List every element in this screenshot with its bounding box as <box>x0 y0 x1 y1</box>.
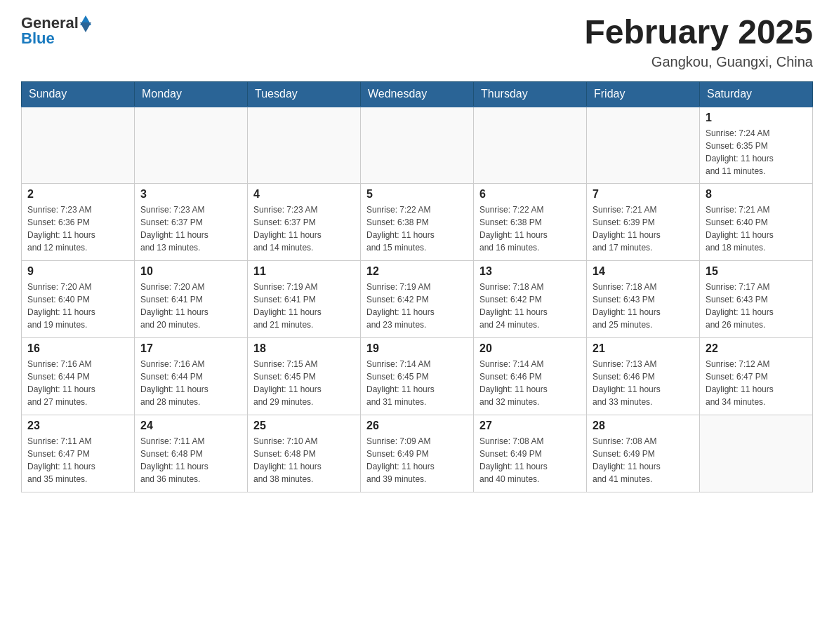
header-friday: Friday <box>587 81 700 107</box>
calendar-cell: 25Sunrise: 7:10 AM Sunset: 6:48 PM Dayli… <box>248 415 361 492</box>
calendar-cell: 5Sunrise: 7:22 AM Sunset: 6:38 PM Daylig… <box>361 184 474 261</box>
calendar-cell <box>248 107 361 184</box>
calendar-cell: 20Sunrise: 7:14 AM Sunset: 6:46 PM Dayli… <box>474 338 587 415</box>
calendar-week-4: 16Sunrise: 7:16 AM Sunset: 6:44 PM Dayli… <box>22 338 813 415</box>
calendar-cell: 27Sunrise: 7:08 AM Sunset: 6:49 PM Dayli… <box>474 415 587 492</box>
calendar-cell: 6Sunrise: 7:22 AM Sunset: 6:38 PM Daylig… <box>474 184 587 261</box>
logo-text-blue: Blue <box>21 29 55 48</box>
day-info: Sunrise: 7:18 AM Sunset: 6:43 PM Dayligh… <box>593 281 694 331</box>
calendar-week-2: 2Sunrise: 7:23 AM Sunset: 6:36 PM Daylig… <box>22 184 813 261</box>
day-info: Sunrise: 7:16 AM Sunset: 6:44 PM Dayligh… <box>140 358 241 408</box>
header-saturday: Saturday <box>700 81 813 107</box>
day-info: Sunrise: 7:16 AM Sunset: 6:44 PM Dayligh… <box>27 358 128 408</box>
day-number: 22 <box>706 342 807 355</box>
day-number: 15 <box>706 265 807 278</box>
day-info: Sunrise: 7:13 AM Sunset: 6:46 PM Dayligh… <box>593 358 694 408</box>
day-number: 17 <box>140 342 241 355</box>
day-info: Sunrise: 7:08 AM Sunset: 6:49 PM Dayligh… <box>593 435 694 485</box>
day-number: 1 <box>706 112 807 124</box>
day-number: 10 <box>140 265 241 278</box>
calendar-title: February 2025 <box>584 14 813 51</box>
calendar-table: Sunday Monday Tuesday Wednesday Thursday… <box>21 81 813 493</box>
day-number: 4 <box>253 188 355 201</box>
calendar-cell: 17Sunrise: 7:16 AM Sunset: 6:44 PM Dayli… <box>135 338 248 415</box>
calendar-cell: 14Sunrise: 7:18 AM Sunset: 6:43 PM Dayli… <box>587 261 700 338</box>
calendar-cell <box>22 107 135 184</box>
calendar-cell: 19Sunrise: 7:14 AM Sunset: 6:45 PM Dayli… <box>361 338 474 415</box>
day-number: 8 <box>706 188 807 201</box>
day-info: Sunrise: 7:19 AM Sunset: 6:41 PM Dayligh… <box>253 281 355 331</box>
day-number: 26 <box>366 420 468 432</box>
calendar-cell: 21Sunrise: 7:13 AM Sunset: 6:46 PM Dayli… <box>587 338 700 415</box>
calendar-cell: 3Sunrise: 7:23 AM Sunset: 6:37 PM Daylig… <box>135 184 248 261</box>
calendar-cell: 12Sunrise: 7:19 AM Sunset: 6:42 PM Dayli… <box>361 261 474 338</box>
header-tuesday: Tuesday <box>248 81 361 107</box>
day-number: 12 <box>366 265 468 278</box>
header-thursday: Thursday <box>474 81 587 107</box>
calendar-cell: 23Sunrise: 7:11 AM Sunset: 6:47 PM Dayli… <box>22 415 135 492</box>
calendar-cell <box>700 415 813 492</box>
logo: General Blue <box>21 14 91 48</box>
day-info: Sunrise: 7:10 AM Sunset: 6:48 PM Dayligh… <box>253 435 355 485</box>
calendar-cell: 1Sunrise: 7:24 AM Sunset: 6:35 PM Daylig… <box>700 107 813 184</box>
day-info: Sunrise: 7:23 AM Sunset: 6:36 PM Dayligh… <box>27 203 128 254</box>
weekday-header-row: Sunday Monday Tuesday Wednesday Thursday… <box>22 81 813 107</box>
calendar-week-5: 23Sunrise: 7:11 AM Sunset: 6:47 PM Dayli… <box>22 415 813 492</box>
calendar-cell <box>587 107 700 184</box>
calendar-cell: 4Sunrise: 7:23 AM Sunset: 6:37 PM Daylig… <box>248 184 361 261</box>
day-number: 9 <box>27 265 128 278</box>
day-info: Sunrise: 7:19 AM Sunset: 6:42 PM Dayligh… <box>366 281 468 331</box>
header-monday: Monday <box>135 81 248 107</box>
day-info: Sunrise: 7:14 AM Sunset: 6:45 PM Dayligh… <box>366 358 468 408</box>
title-block: February 2025 Gangkou, Guangxi, China <box>584 14 813 70</box>
day-info: Sunrise: 7:11 AM Sunset: 6:47 PM Dayligh… <box>27 435 128 485</box>
day-info: Sunrise: 7:14 AM Sunset: 6:46 PM Dayligh… <box>479 358 581 408</box>
calendar-cell: 11Sunrise: 7:19 AM Sunset: 6:41 PM Dayli… <box>248 261 361 338</box>
day-info: Sunrise: 7:22 AM Sunset: 6:38 PM Dayligh… <box>479 203 581 254</box>
day-info: Sunrise: 7:20 AM Sunset: 6:40 PM Dayligh… <box>27 281 128 331</box>
calendar-cell <box>135 107 248 184</box>
calendar-cell: 13Sunrise: 7:18 AM Sunset: 6:42 PM Dayli… <box>474 261 587 338</box>
day-info: Sunrise: 7:12 AM Sunset: 6:47 PM Dayligh… <box>706 358 807 408</box>
day-number: 25 <box>253 420 355 432</box>
day-number: 28 <box>593 420 694 432</box>
calendar-cell: 24Sunrise: 7:11 AM Sunset: 6:48 PM Dayli… <box>135 415 248 492</box>
day-info: Sunrise: 7:20 AM Sunset: 6:41 PM Dayligh… <box>140 281 241 331</box>
day-number: 7 <box>593 188 694 201</box>
calendar-cell: 7Sunrise: 7:21 AM Sunset: 6:39 PM Daylig… <box>587 184 700 261</box>
day-number: 11 <box>253 265 355 278</box>
day-number: 6 <box>479 188 581 201</box>
day-number: 14 <box>593 265 694 278</box>
day-number: 23 <box>27 420 128 432</box>
calendar-week-1: 1Sunrise: 7:24 AM Sunset: 6:35 PM Daylig… <box>22 107 813 184</box>
calendar-cell: 16Sunrise: 7:16 AM Sunset: 6:44 PM Dayli… <box>22 338 135 415</box>
day-info: Sunrise: 7:18 AM Sunset: 6:42 PM Dayligh… <box>479 281 581 331</box>
day-info: Sunrise: 7:21 AM Sunset: 6:40 PM Dayligh… <box>706 203 807 254</box>
calendar-cell: 2Sunrise: 7:23 AM Sunset: 6:36 PM Daylig… <box>22 184 135 261</box>
calendar-cell: 26Sunrise: 7:09 AM Sunset: 6:49 PM Dayli… <box>361 415 474 492</box>
day-info: Sunrise: 7:21 AM Sunset: 6:39 PM Dayligh… <box>593 203 694 254</box>
page-header: General Blue February 2025 Gangkou, Guan… <box>21 14 813 70</box>
day-number: 24 <box>140 420 241 432</box>
calendar-cell: 8Sunrise: 7:21 AM Sunset: 6:40 PM Daylig… <box>700 184 813 261</box>
calendar-cell: 9Sunrise: 7:20 AM Sunset: 6:40 PM Daylig… <box>22 261 135 338</box>
day-info: Sunrise: 7:09 AM Sunset: 6:49 PM Dayligh… <box>366 435 468 485</box>
day-info: Sunrise: 7:23 AM Sunset: 6:37 PM Dayligh… <box>140 203 241 254</box>
day-info: Sunrise: 7:08 AM Sunset: 6:49 PM Dayligh… <box>479 435 581 485</box>
day-info: Sunrise: 7:17 AM Sunset: 6:43 PM Dayligh… <box>706 281 807 331</box>
day-number: 27 <box>479 420 581 432</box>
header-wednesday: Wednesday <box>361 81 474 107</box>
day-number: 19 <box>366 342 468 355</box>
day-number: 21 <box>593 342 694 355</box>
calendar-cell: 18Sunrise: 7:15 AM Sunset: 6:45 PM Dayli… <box>248 338 361 415</box>
day-number: 3 <box>140 188 241 201</box>
calendar-week-3: 9Sunrise: 7:20 AM Sunset: 6:40 PM Daylig… <box>22 261 813 338</box>
day-info: Sunrise: 7:23 AM Sunset: 6:37 PM Dayligh… <box>253 203 355 254</box>
calendar-cell: 22Sunrise: 7:12 AM Sunset: 6:47 PM Dayli… <box>700 338 813 415</box>
day-info: Sunrise: 7:22 AM Sunset: 6:38 PM Dayligh… <box>366 203 468 254</box>
day-info: Sunrise: 7:24 AM Sunset: 6:35 PM Dayligh… <box>706 127 807 177</box>
header-sunday: Sunday <box>22 81 135 107</box>
calendar-cell: 28Sunrise: 7:08 AM Sunset: 6:49 PM Dayli… <box>587 415 700 492</box>
day-number: 13 <box>479 265 581 278</box>
calendar-subtitle: Gangkou, Guangxi, China <box>584 54 813 70</box>
